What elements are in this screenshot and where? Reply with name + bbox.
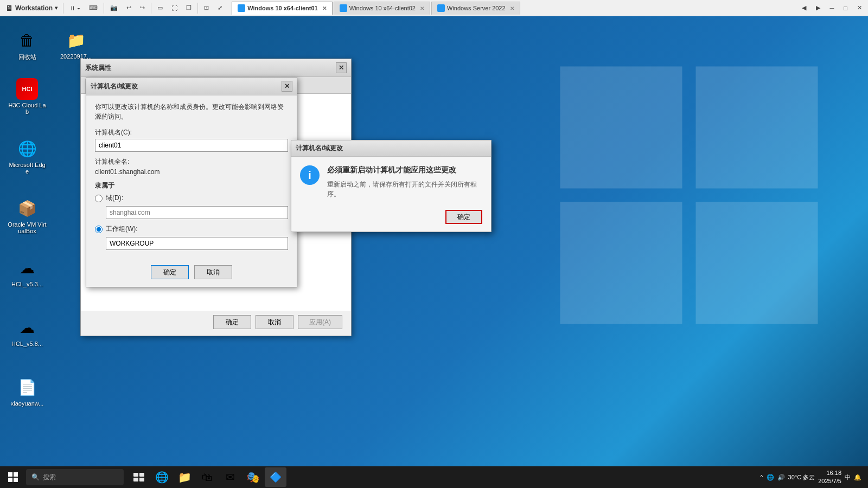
desktop-icon-hcl53[interactable]: ☁ HCL_v5.3... [5, 255, 49, 290]
system-props-cancel-button[interactable]: 取消 [256, 315, 293, 329]
snapshot-next-button[interactable]: ↪ [136, 2, 149, 15]
chevron-up-icon[interactable]: ^ [760, 474, 763, 480]
full-name-value: client01.shanghai.com [95, 168, 288, 176]
pause-button[interactable]: ⏸ ▾ [66, 2, 84, 15]
search-icon: 🔍 [31, 473, 40, 481]
nav-prev-button[interactable]: ◀ [798, 2, 810, 15]
taskbar-folder[interactable]: 📁 [174, 467, 195, 487]
svg-rect-10 [133, 478, 138, 481]
system-props-apply-button[interactable]: 应用(A) [298, 315, 342, 329]
tab-icon-client02 [340, 4, 347, 12]
domain-input[interactable] [106, 206, 288, 219]
full-name-label: 计算机全名: [95, 157, 288, 166]
dialog-restart: 计算机名/域更改 i 必须重新启动计算机才能应用这些更改 重新启动之前，请保存所… [291, 140, 492, 232]
recycle-bin-icon: 🗑 [16, 29, 38, 51]
minimize-button[interactable]: ─ [826, 2, 838, 15]
computer-name-dialog-title: 计算机名/域更改 [91, 82, 138, 91]
taskbar-store[interactable]: 🛍 [196, 467, 218, 487]
desktop-icon-hcl58[interactable]: ☁ HCL_v5.8... [5, 314, 49, 349]
brand-dropdown-icon[interactable]: ▾ [55, 5, 58, 11]
desktop-icon-xiaoyuan[interactable]: 📄 xiaoyuanw... [5, 374, 49, 409]
svg-rect-1 [696, 67, 818, 189]
svg-rect-11 [139, 478, 144, 481]
unity-button[interactable]: ❐ [182, 2, 195, 15]
radio-domain-input[interactable] [95, 195, 103, 202]
h3c-label: H3C Cloud Lab [8, 102, 47, 115]
maximize-button[interactable]: □ [840, 2, 851, 15]
search-placeholder: 搜索 [43, 473, 56, 482]
send-key-button[interactable]: ⌨ [85, 2, 101, 15]
system-props-title: 系统属性 [85, 63, 111, 73]
computer-name-title-bar: 计算机名/域更改 ✕ [86, 78, 297, 95]
edge-icon: 🌐 [16, 138, 38, 159]
clock-date: 2025/7/5 [818, 477, 841, 485]
window-mode-button[interactable]: ▭ [154, 2, 167, 15]
stretch-button[interactable]: ⤢ [214, 2, 226, 15]
desktop-icon-folder[interactable]: 📁 20220917... [54, 27, 98, 62]
restart-title-bar: 计算机名/域更改 [291, 140, 491, 157]
computer-name-close-button[interactable]: ✕ [282, 81, 292, 92]
svg-rect-0 [560, 67, 682, 189]
fullscreen-button[interactable]: ⛶ [168, 2, 181, 15]
desktop-icon-edge[interactable]: 🌐 Microsoft Edge [5, 136, 49, 177]
computer-name-ok-button[interactable]: 确定 [151, 265, 189, 279]
toolbar-sep-4 [197, 3, 198, 14]
tab-label-server: Windows Server 2022 [447, 5, 506, 11]
taskbar-task-view[interactable] [128, 467, 150, 487]
nav-next-button[interactable]: ▶ [812, 2, 824, 15]
taskbar-edge[interactable]: 🌐 [151, 467, 173, 487]
svg-rect-8 [133, 473, 138, 477]
tab-close-server[interactable]: ✕ [510, 5, 514, 11]
tab-icon-server [437, 4, 445, 12]
close-button[interactable]: ✕ [853, 2, 866, 15]
input-method[interactable]: 中 [845, 473, 851, 481]
radio-workgroup-input[interactable] [95, 226, 103, 233]
computer-name-input[interactable] [95, 139, 288, 152]
fit-button[interactable]: ⊡ [200, 2, 213, 15]
tab-icon-client01 [238, 4, 245, 12]
start-button[interactable] [2, 467, 24, 487]
clock-time: 16:18 [818, 469, 841, 477]
hcl53-icon: ☁ [16, 257, 38, 279]
folder-icon: 📁 [65, 29, 87, 51]
taskbar-search[interactable]: 🔍 搜索 [26, 469, 124, 485]
workstation-brand[interactable]: 🖥 Workstation ▾ [2, 3, 61, 14]
virtualbox-icon: 📦 [16, 197, 38, 219]
tab-close-client02[interactable]: ✕ [420, 5, 424, 11]
system-props-close-button[interactable]: ✕ [336, 62, 347, 73]
radio-domain-label: 域(D): [106, 194, 123, 203]
taskbar-app-extra2[interactable]: 🔷 [265, 467, 286, 487]
taskbar: 🔍 搜索 🌐 📁 🛍 ✉ 🎭 🔷 ^ 🌐 🔊 30°C 多云 16:18 202… [0, 466, 868, 488]
radio-group-member: 域(D): 工作组(W): [95, 194, 288, 250]
restart-ok-button[interactable]: 确定 [445, 210, 482, 224]
tab-client01[interactable]: Windows 10 x64-client01 ✕ [232, 2, 333, 15]
toolbar-sep-3 [151, 3, 151, 14]
virtualbox-label: Oracle VM VirtualBox [8, 221, 47, 234]
notification-icon[interactable]: 🔔 [854, 474, 861, 481]
tab-close-client01[interactable]: ✕ [322, 5, 327, 11]
snapshot-button[interactable]: 📷 [106, 2, 122, 15]
desktop-icon-virtualbox[interactable]: 📦 Oracle VM VirtualBox [5, 195, 49, 236]
desktop-icon-h3c[interactable]: HCI H3C Cloud Lab [5, 76, 49, 117]
taskbar-mail[interactable]: ✉ [219, 467, 241, 487]
system-props-ok-button[interactable]: 确定 [213, 315, 251, 329]
radio-workgroup-item: 工作组(W): [95, 224, 288, 234]
vmware-toolbar: 🖥 Workstation ▾ ⏸ ▾ ⌨ 📷 ↩ ↪ ▭ ⛶ ❐ ⊡ ⤢ Wi… [0, 0, 868, 16]
taskbar-clock[interactable]: 16:18 2025/7/5 [818, 469, 841, 486]
computer-name-cancel-button[interactable]: 取消 [194, 265, 232, 279]
computer-name-description: 你可以更改该计算机的名称和成员身份。更改可能会影响到网络资源的访问。 [95, 102, 288, 121]
desktop-icon-recycle[interactable]: 🗑 回收站 [5, 27, 49, 63]
volume-icon[interactable]: 🔊 [777, 474, 785, 481]
taskbar-right: ^ 🌐 🔊 30°C 多云 16:18 2025/7/5 中 🔔 [760, 469, 866, 486]
computer-name-field-group: 计算机名(C): [95, 128, 288, 152]
tab-client02[interactable]: Windows 10 x64-client02 ✕ [334, 2, 430, 15]
network-icon[interactable]: 🌐 [767, 474, 774, 481]
workgroup-input[interactable] [106, 237, 288, 250]
tab-label-client01: Windows 10 x64-client01 [247, 5, 318, 11]
xiaoyuan-label: xiaoyuanw... [11, 400, 44, 407]
svg-rect-3 [696, 202, 818, 324]
snapshot-prev-button[interactable]: ↩ [123, 2, 135, 15]
taskbar-app-extra[interactable]: 🎭 [242, 467, 264, 487]
tab-server2022[interactable]: Windows Server 2022 ✕ [431, 2, 520, 15]
xiaoyuan-icon: 📄 [16, 376, 38, 398]
